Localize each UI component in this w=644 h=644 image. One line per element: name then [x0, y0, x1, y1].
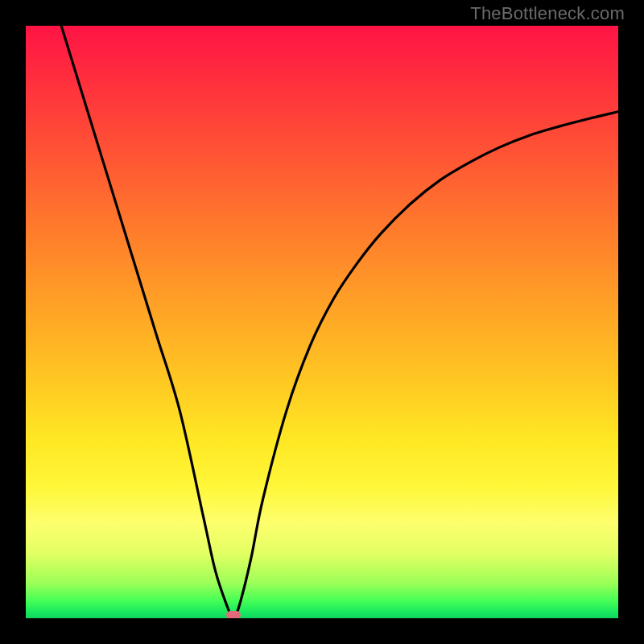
watermark-text: TheBottleneck.com	[470, 3, 625, 24]
minimum-marker	[226, 611, 241, 618]
bottleneck-curve	[26, 26, 618, 618]
plot-area	[26, 26, 618, 618]
chart-frame: TheBottleneck.com	[0, 0, 644, 644]
